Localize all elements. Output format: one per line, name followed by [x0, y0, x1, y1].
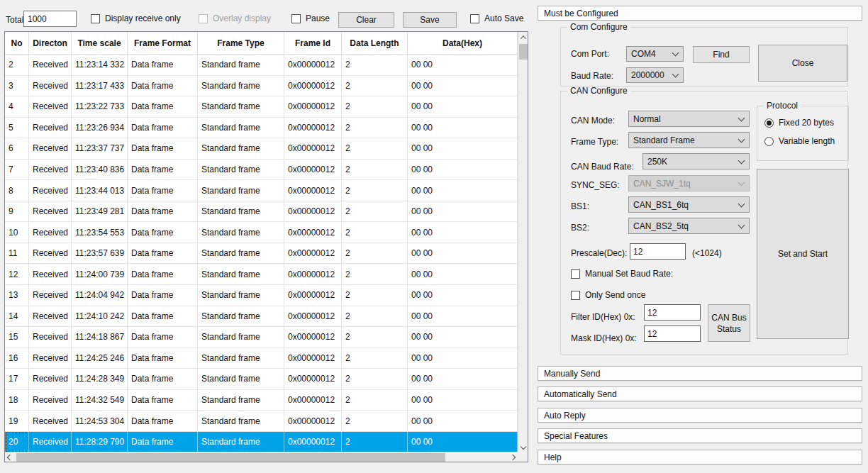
column-header[interactable]: Frame Type: [198, 32, 284, 55]
cell-len: 2: [342, 76, 408, 97]
cell-type: Standard frame: [198, 160, 284, 181]
table-row[interactable]: 14Received11:24:10 242Data frameStandard…: [5, 306, 518, 328]
cell-direction: Received: [29, 118, 72, 139]
cell-direction: Received: [29, 243, 72, 265]
manual-set-baud-label: Manual Set Baud Rate:: [585, 269, 673, 279]
set-and-start-button[interactable]: Set and Start: [757, 169, 849, 339]
close-button[interactable]: Close: [758, 45, 847, 82]
section-special-features[interactable]: Special Features: [538, 428, 862, 443]
can-bus-status-button[interactable]: CAN Bus Status: [708, 304, 750, 342]
table-row[interactable]: 12Received11:24:00 739Data frameStandard…: [5, 264, 518, 285]
cell-data: 00 00: [408, 118, 518, 139]
protocol-fixed-radio[interactable]: Fixed 20 bytes: [764, 118, 834, 128]
horizontal-scrollbar[interactable]: [5, 452, 518, 462]
cell-data: 00 00: [408, 348, 518, 369]
section-must-be-configured[interactable]: Must be Configured: [538, 6, 862, 21]
column-header[interactable]: Frame Format: [128, 32, 198, 55]
display-receive-only-checkbox[interactable]: Display receive only: [91, 13, 181, 23]
column-header[interactable]: Data(Hex): [408, 32, 518, 55]
table-row[interactable]: 4Received11:23:22 733Data frameStandard …: [5, 96, 518, 118]
table-row[interactable]: 20Received11:28:29 790Data frameStandard…: [5, 432, 518, 452]
section-help[interactable]: Help: [538, 450, 862, 464]
vertical-scrollbar[interactable]: [518, 32, 528, 452]
protocol-variable-radio[interactable]: Variable length: [764, 136, 835, 146]
only-send-once-checkbox[interactable]: Only Send once: [571, 290, 645, 300]
table-row[interactable]: 9Received11:23:49 281Data frameStandard …: [5, 201, 518, 223]
cell-type: Standard frame: [198, 348, 284, 369]
table-row[interactable]: 16Received11:24:25 246Data frameStandard…: [5, 348, 518, 369]
can-baud-rate-select[interactable]: 250K: [642, 153, 750, 169]
prescale-input[interactable]: [630, 243, 686, 260]
cell-format: Data frame: [128, 348, 198, 369]
table-row[interactable]: 2Received11:23:14 332Data frameStandard …: [5, 55, 518, 76]
baud-rate-select[interactable]: 2000000: [626, 67, 684, 83]
can-mode-select[interactable]: Normal: [628, 111, 750, 127]
table-row[interactable]: 19Received11:24:53 304Data frameStandard…: [5, 411, 518, 432]
cell-no: 16: [5, 348, 29, 369]
cell-data: 00 00: [408, 222, 518, 243]
cell-format: Data frame: [128, 390, 198, 411]
table-row[interactable]: 13Received11:24:04 942Data frameStandard…: [5, 285, 518, 306]
total-input[interactable]: [23, 11, 77, 27]
cell-data: 00 00: [408, 55, 518, 76]
column-header[interactable]: Data Length: [342, 32, 408, 55]
table-row[interactable]: 17Received11:24:28 349Data frameStandard…: [5, 369, 518, 390]
find-button[interactable]: Find: [693, 46, 750, 63]
section-automatically-send[interactable]: Automatically Send: [538, 386, 862, 401]
cell-direction: Received: [29, 348, 72, 369]
vertical-scroll-thumb[interactable]: [519, 44, 528, 60]
cell-type: Standard frame: [198, 96, 284, 118]
table-header: NoDirectonTime scaleFrame FormatFrame Ty…: [5, 32, 518, 55]
cell-type: Standard frame: [198, 390, 284, 411]
can-mode-value: Normal: [633, 114, 661, 124]
section-manually-send[interactable]: Manually Send: [538, 366, 862, 381]
scroll-right-button[interactable]: [508, 452, 518, 462]
table-row[interactable]: 8Received11:23:44 013Data frameStandard …: [5, 180, 518, 201]
filter-id-input[interactable]: [644, 304, 701, 321]
table-row[interactable]: 6Received11:23:37 737Data frameStandard …: [5, 138, 518, 160]
mask-id-input[interactable]: [644, 325, 701, 342]
table-row[interactable]: 18Received11:24:32 549Data frameStandard…: [5, 390, 518, 411]
bs1-select[interactable]: CAN_BS1_6tq: [628, 196, 750, 213]
column-header[interactable]: Directon: [29, 32, 72, 55]
scroll-left-button[interactable]: [5, 452, 15, 462]
chevron-down-icon: [738, 200, 745, 207]
scroll-up-button[interactable]: [518, 32, 528, 43]
cell-no: 11: [5, 243, 29, 265]
bs2-select[interactable]: CAN_BS2_5tq: [628, 218, 750, 234]
column-header[interactable]: No: [5, 32, 29, 55]
table-row[interactable]: 10Received11:23:54 553Data frameStandard…: [5, 222, 518, 243]
cell-id: 0x00000012: [284, 264, 342, 285]
cell-time: 11:23:40 836: [72, 160, 128, 181]
cell-id: 0x00000012: [284, 243, 342, 265]
save-button[interactable]: Save: [403, 12, 457, 28]
table-row[interactable]: 15Received11:24:18 867Data frameStandard…: [5, 327, 518, 348]
pause-label: Pause: [306, 13, 330, 23]
horizontal-scroll-thumb[interactable]: [16, 453, 445, 462]
can-mode-label: CAN Mode:: [571, 116, 615, 126]
section-auto-reply[interactable]: Auto Reply: [538, 408, 862, 423]
auto-save-checkbox[interactable]: Auto Save: [470, 13, 523, 23]
cell-no: 2: [5, 55, 29, 76]
table-row[interactable]: 11Received11:23:57 639Data frameStandard…: [5, 243, 518, 265]
pause-checkbox[interactable]: Pause: [291, 13, 330, 23]
cell-no: 5: [5, 118, 29, 139]
scroll-down-button[interactable]: [518, 441, 528, 452]
cell-len: 2: [342, 327, 408, 348]
overlay-display-label: Overlay display: [213, 13, 271, 23]
cell-format: Data frame: [128, 327, 198, 348]
com-port-select[interactable]: COM4: [626, 46, 684, 62]
column-header[interactable]: Time scale: [72, 32, 128, 55]
cell-data: 00 00: [408, 76, 518, 97]
clear-button[interactable]: Clear: [338, 12, 394, 28]
table-row[interactable]: 5Received11:23:26 934Data frameStandard …: [5, 118, 518, 139]
column-header[interactable]: Frame Id: [284, 32, 342, 55]
table-row[interactable]: 7Received11:23:40 836Data frameStandard …: [5, 160, 518, 181]
table-row[interactable]: 3Received11:23:17 433Data frameStandard …: [5, 76, 518, 97]
frame-type-select[interactable]: Standard Frame: [628, 132, 750, 148]
cell-len: 2: [342, 160, 408, 181]
chevron-down-icon: [521, 443, 526, 449]
manual-set-baud-checkbox[interactable]: Manual Set Baud Rate:: [571, 269, 673, 279]
cell-id: 0x00000012: [284, 411, 342, 432]
cell-direction: Received: [29, 180, 72, 201]
